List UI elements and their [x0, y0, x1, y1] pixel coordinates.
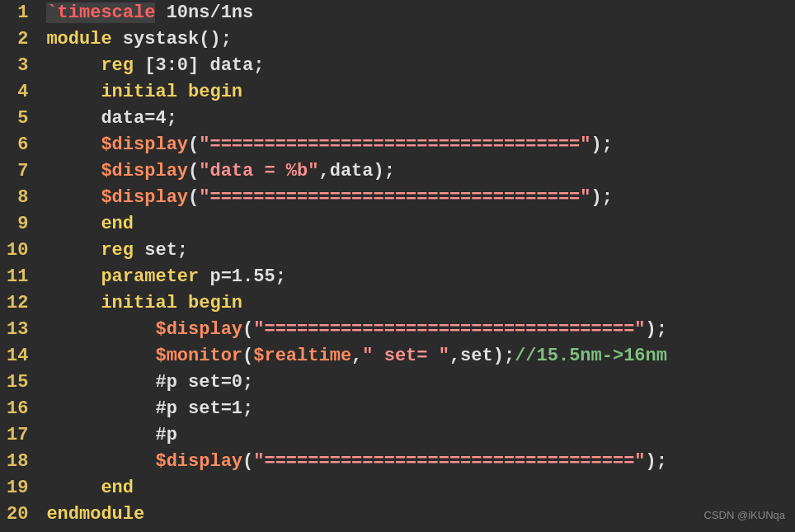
code-line-5: data=4; — [46, 106, 795, 132]
kw-reg-1: reg — [101, 55, 134, 76]
code-line-14: $monitor($realtime," set= ",set);//15.5n… — [46, 343, 795, 370]
string-data-format: "data = %b" — [199, 161, 318, 181]
line-num-8: 8 — [7, 185, 28, 211]
kw-end-1: end — [101, 214, 134, 234]
kw-endmodule: endmodule — [46, 504, 144, 525]
kw-initial-begin-2: initial begin — [101, 293, 242, 313]
kw-module: module — [46, 29, 111, 49]
line-num-13: 13 — [7, 317, 28, 343]
code-line-13: $display("==============================… — [46, 317, 795, 343]
line-num-15: 15 — [7, 370, 28, 396]
systask-display-2: $display — [101, 161, 188, 181]
line-num-20: 20 — [7, 501, 28, 528]
systask-display-3: $display — [101, 187, 188, 208]
code-line-3: reg [3:0] data; — [46, 53, 795, 79]
timescale-directive: `timescale — [46, 2, 155, 23]
line-num-5: 5 — [7, 106, 28, 132]
timescale-value: 10ns/1ns — [155, 2, 253, 23]
string-equals-4: "==================================" — [253, 451, 645, 472]
line-num-10: 10 — [7, 238, 28, 264]
line-num-2: 2 — [7, 26, 28, 53]
code-line-20: endmodule — [46, 501, 795, 528]
string-equals-1: "==================================" — [199, 134, 590, 155]
code-lines: `timescale 10ns/1ns module systask(); re… — [38, 0, 795, 532]
string-equals-3: "==================================" — [253, 319, 645, 340]
line-num-18: 18 — [7, 449, 28, 475]
code-line-12: initial begin — [46, 290, 795, 317]
code-line-1: `timescale 10ns/1ns — [46, 0, 795, 26]
watermark: CSDN @iKUNqa — [704, 502, 785, 529]
line-num-17: 17 — [7, 422, 28, 449]
line-num-7: 7 — [7, 158, 28, 185]
line-num-1: 1 — [7, 0, 28, 26]
line-num-14: 14 — [7, 343, 28, 370]
kw-initial-begin-1: initial begin — [101, 82, 242, 102]
code-editor: 1 2 3 4 5 6 7 8 9 10 11 12 13 14 15 16 1… — [0, 0, 795, 532]
code-line-16: #p set=1; — [46, 396, 795, 422]
line-num-6: 6 — [7, 132, 28, 158]
code-line-10: reg set; — [46, 238, 795, 264]
line-num-3: 3 — [7, 53, 28, 79]
code-line-19: end — [46, 475, 795, 501]
code-line-11: parameter p=1.55; — [46, 264, 795, 290]
code-line-17: #p — [46, 422, 795, 449]
string-equals-2: "==================================" — [199, 187, 590, 208]
kw-reg-2: reg — [101, 240, 134, 261]
code-line-15: #p set=0; — [46, 370, 795, 396]
code-line-2: module systask(); — [46, 26, 795, 53]
kw-end-2: end — [101, 478, 134, 498]
code-line-8: $display("==============================… — [46, 185, 795, 211]
code-line-9: end — [46, 211, 795, 238]
line-num-19: 19 — [7, 475, 28, 501]
kw-parameter: parameter — [101, 266, 199, 287]
string-set: " set= " — [362, 346, 449, 366]
systask-display-1: $display — [101, 134, 188, 155]
line-num-12: 12 — [7, 290, 28, 317]
systask-monitor: $monitor — [155, 346, 242, 366]
code-line-7: $display("data = %b",data); — [46, 158, 795, 185]
comment-nm: //15.5nm->16nm — [515, 346, 667, 366]
code-line-6: $display("==============================… — [46, 132, 795, 158]
line-numbers: 1 2 3 4 5 6 7 8 9 10 11 12 13 14 15 16 1… — [0, 0, 38, 532]
code-line-4: initial begin — [46, 79, 795, 106]
line-num-4: 4 — [7, 79, 28, 106]
systask-realtime: $realtime — [253, 346, 351, 366]
line-num-11: 11 — [7, 264, 28, 290]
line-num-9: 9 — [7, 211, 28, 238]
code-line-18: $display("==============================… — [46, 449, 795, 475]
systask-display-5: $display — [155, 451, 242, 472]
module-name: systask(); — [112, 29, 232, 49]
line-num-16: 16 — [7, 396, 28, 422]
systask-display-4: $display — [155, 319, 242, 340]
